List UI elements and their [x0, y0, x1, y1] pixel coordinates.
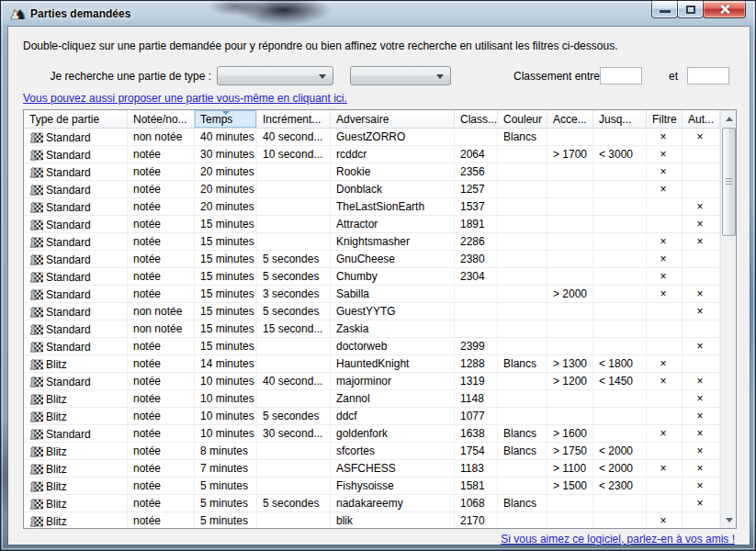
game-type-select[interactable]	[217, 66, 333, 85]
table-row[interactable]: Standardnotée20 minutesDonblack1257×	[24, 181, 720, 198]
cell-temps: 15 minutes	[195, 338, 257, 354]
game-subtype-select[interactable]	[350, 66, 451, 85]
cell-type: Standard	[24, 198, 128, 215]
cell-jusqua	[593, 390, 647, 407]
cell-jusqua	[593, 129, 647, 145]
cell-temps: 20 minutes	[195, 163, 257, 180]
cell-accepte: > 1200	[547, 373, 593, 389]
column-header-filtre[interactable]: Filtre	[647, 110, 683, 128]
cell-temps: 10 minutes	[195, 425, 257, 442]
cell-temps: 15 minutes	[195, 216, 257, 232]
cell-accepte: > 1700	[547, 146, 593, 163]
column-header-temps[interactable]: Temps	[195, 110, 257, 128]
column-header-couleur[interactable]: Couleur	[498, 110, 547, 128]
cell-filtre	[647, 478, 683, 494]
table-row[interactable]: Standardnotée20 minutesTheLastSionEarth1…	[24, 198, 720, 216]
table-row[interactable]: Standardnotée15 minutes3 secondesSabilla…	[24, 286, 720, 303]
column-header-accepte[interactable]: Acce...	[547, 110, 593, 128]
table-row[interactable]: Blitznotée10 minutesZannol1148×	[24, 390, 720, 408]
table-row[interactable]: Standardnotée10 minutes40 second...major…	[24, 373, 720, 390]
cell-notee: notée	[128, 512, 195, 528]
table-row[interactable]: Blitznotée7 minutesASFCHESS1183> 1100< 2…	[24, 460, 720, 478]
cell-type: Standard	[24, 320, 128, 337]
vertical-scrollbar[interactable]	[720, 110, 736, 528]
window: ♞ ♟ Parties demandées Double-cliquez sur…	[0, 0, 756, 551]
table-row[interactable]: Standardnotée15 minutesdoctorweb2399×	[24, 338, 720, 355]
column-header-classement[interactable]: Class...	[455, 110, 498, 128]
table-row[interactable]: Standardnotée15 minutesKnightsmasher2286…	[24, 233, 720, 251]
cell-increment	[257, 443, 331, 459]
cell-autre: ×	[683, 478, 720, 494]
table-row[interactable]: Standardnotée20 minutesRookie2356×	[24, 163, 720, 181]
close-button[interactable]	[703, 1, 746, 18]
column-header-adversaire[interactable]: Adversaire	[331, 110, 455, 128]
cell-type: Blitz	[24, 478, 128, 494]
table-row[interactable]: Standardnotée30 minutes10 second...rcddc…	[24, 146, 720, 163]
cell-jusqua	[593, 163, 647, 180]
scroll-down-button[interactable]	[722, 512, 736, 527]
cell-classement: 1068	[455, 495, 498, 512]
cell-couleur	[498, 163, 547, 180]
client-area: Double-cliquez sur une partie demandée p…	[8, 27, 750, 545]
cell-couleur: Blancs	[498, 443, 547, 459]
cell-increment: 30 second...	[257, 425, 331, 442]
cell-classement: 1537	[455, 198, 498, 215]
title-bar[interactable]: ♞ ♟ Parties demandées	[1, 1, 755, 27]
cell-adversaire: HauntedKnight	[331, 355, 455, 372]
table-row[interactable]: Blitznotée5 minutesblik2170×	[24, 512, 720, 528]
table-row[interactable]: Blitznotée5 minutesFishysoisse1581> 1500…	[24, 478, 720, 495]
rating-min-input[interactable]	[600, 67, 642, 84]
cell-jusqua	[593, 251, 647, 267]
sort-descending-icon	[222, 111, 230, 115]
cell-notee: notée	[128, 233, 195, 250]
table-row[interactable]: Standardnotée15 minutesAttractor1891×	[24, 216, 720, 233]
table-row[interactable]: Blitznotée10 minutes5 secondesddcf1077×	[24, 408, 720, 425]
scrollbar-thumb[interactable]	[722, 128, 736, 236]
cell-filtre: ×	[647, 425, 683, 442]
propose-game-link[interactable]: Vous pouvez aussi proposer une partie vo…	[23, 92, 347, 105]
share-with-friends-link[interactable]: Si vous aimez ce logiciel, parlez-en à v…	[501, 533, 735, 545]
table-row[interactable]: Standardnotée15 minutes5 secondesChumby2…	[24, 268, 720, 286]
column-header-increment[interactable]: Incrément...	[257, 110, 331, 128]
arrow-down-icon	[726, 518, 733, 523]
rating-max-input[interactable]	[687, 67, 729, 84]
game-type-text: Standard	[46, 288, 91, 301]
table-row[interactable]: Standardnotée15 minutes5 secondesGnuChee…	[24, 251, 720, 268]
chess-game-icon	[29, 270, 43, 283]
table-row[interactable]: Standardnon notée40 minutes40 second...G…	[24, 129, 720, 146]
minimize-button[interactable]	[651, 1, 678, 18]
table-row[interactable]: Standardnon notée15 minutes15 second...Z…	[24, 320, 720, 338]
game-type-text: Standard	[46, 184, 91, 197]
cell-classement: 2286	[455, 233, 498, 250]
table-row[interactable]: Blitznotée5 minutes5 secondesnadakareemy…	[24, 495, 720, 512]
column-header-notee[interactable]: Notée/no...	[128, 110, 195, 128]
table-row[interactable]: Standardnotée10 minutes30 second...golde…	[24, 425, 720, 443]
cell-notee: notée	[128, 163, 195, 180]
cell-increment	[257, 355, 331, 372]
cell-notee: notée	[128, 338, 195, 354]
cell-type: Standard	[24, 338, 128, 354]
cell-increment: 5 secondes	[257, 251, 331, 267]
table-row[interactable]: Standardnon notée15 minutes5 secondesGue…	[24, 303, 720, 320]
game-type-text: Blitz	[46, 358, 67, 371]
table-row[interactable]: Blitznotée14 minutesHauntedKnight1288Bla…	[24, 355, 720, 373]
column-header-autre[interactable]: Aut...	[683, 110, 720, 128]
cell-jusqua	[593, 268, 647, 285]
cell-increment	[257, 512, 331, 528]
cell-filtre: ×	[647, 460, 683, 477]
cell-increment	[257, 181, 331, 197]
cell-adversaire: Zannol	[331, 390, 455, 407]
game-type-text: Blitz	[46, 515, 67, 528]
chess-game-icon	[29, 148, 43, 161]
game-type-text: Blitz	[46, 445, 67, 458]
maximize-button[interactable]	[677, 1, 704, 18]
cell-filtre	[647, 495, 683, 512]
column-header-jusqua[interactable]: Jusq...	[593, 110, 647, 128]
cell-autre: ×	[683, 373, 720, 389]
scroll-up-button[interactable]	[722, 111, 736, 126]
column-header-type[interactable]: Type de partie	[24, 110, 128, 128]
table-row[interactable]: Blitznotée8 minutessfcortes1754Blancs> 1…	[24, 443, 720, 460]
cell-type: Blitz	[24, 512, 128, 528]
cell-notee: notée	[128, 286, 195, 302]
close-icon	[719, 4, 730, 15]
